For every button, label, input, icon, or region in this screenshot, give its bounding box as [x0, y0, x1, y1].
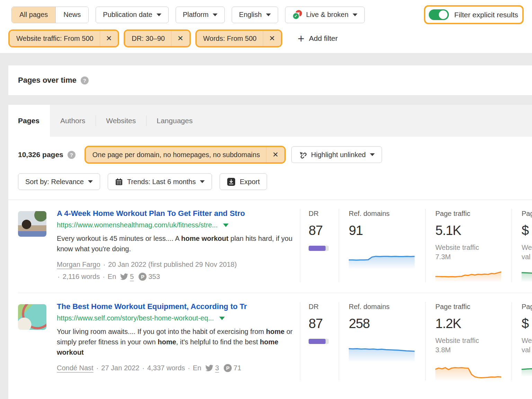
dr-filter-chip: DR: 30–90 ✕	[124, 29, 190, 47]
tab-languages[interactable]: Languages	[146, 105, 203, 137]
word-count: 2,116 words	[63, 271, 100, 282]
result-url-row: https://www.self.com/story/best-home-wor…	[57, 314, 294, 322]
pinterest-count: 71	[233, 362, 241, 374]
publish-date: 27 Jan 2022	[101, 362, 139, 374]
add-filter-button[interactable]: + Add filter	[297, 33, 338, 44]
platform-dropdown[interactable]: Platform	[176, 7, 225, 23]
traffic-value-header: Pag	[522, 303, 532, 311]
filter-chip: DR: 30–90 ✕	[125, 31, 189, 46]
result-url-link[interactable]: https://www.womenshealthmag.com/uk/fitne…	[57, 221, 218, 229]
add-filter-label: Add filter	[309, 34, 338, 43]
website-value-label-1: We	[522, 336, 532, 345]
language-dropdown[interactable]: English	[232, 7, 278, 23]
filter-chip: Words: From 500 ✕	[197, 31, 281, 46]
result-thumbnail[interactable]	[18, 211, 46, 237]
chevron-down-icon	[200, 180, 205, 183]
help-icon[interactable]: ?	[68, 151, 76, 159]
result-title-link[interactable]: The Best Home Workout Equipment, Accordi…	[57, 302, 294, 311]
meta-separator: ·	[96, 362, 99, 374]
section-title: Pages over time	[18, 76, 77, 85]
scope-chip-label: One page per domain, no homepages, no su…	[86, 151, 266, 159]
author-link[interactable]: Morgan Fargo	[57, 259, 100, 270]
twitter-count[interactable]: 3	[215, 362, 219, 374]
export-label: Export	[240, 178, 260, 186]
results-actions-row: Sort by: Relevance Trends: Last	[18, 173, 532, 190]
ref-domains-sparkline	[349, 342, 415, 362]
page-traffic-cell: Page traffic 5.1K Website traffic 7.3M	[425, 209, 512, 282]
ref-domains-value: 91	[349, 223, 425, 238]
traffic-value-header: Pag	[522, 210, 532, 218]
dr-header: DR	[309, 303, 339, 311]
website-value-label-2: val	[522, 345, 532, 355]
filters-row-2: Website traffic: From 500 ✕ DR: 30–90 ✕ …	[8, 29, 524, 47]
page-traffic-value: 1.2K	[435, 316, 512, 331]
results-header-row: 10,326 pages ? One page per domain, no h…	[18, 146, 532, 164]
remove-filter-button[interactable]: ✕	[100, 34, 118, 43]
content-explorer-page: All pages News Publication date Platform…	[0, 0, 532, 399]
page-traffic-sparkline	[435, 359, 501, 380]
website-traffic-label: Website traffic	[435, 243, 512, 252]
filters-row-1: All pages News Publication date Platform…	[8, 5, 524, 24]
remove-filter-button[interactable]: ✕	[171, 34, 189, 43]
dr-cell: DR 87	[300, 302, 339, 380]
result-content: A 4-Week Home Workout Plan To Get Fitter…	[18, 209, 300, 282]
highlight-unlinked-dropdown[interactable]: Highlight unlinked	[291, 146, 382, 163]
meta-separator: ·	[103, 271, 105, 282]
traffic-value: $	[522, 223, 532, 238]
publication-date-dropdown[interactable]: Publication date	[96, 7, 168, 23]
traffic-value-sparkline	[522, 359, 532, 376]
page-traffic-header: Page traffic	[435, 210, 512, 218]
chevron-down-icon	[157, 13, 161, 16]
download-icon	[227, 178, 236, 186]
chip-label: Website traffic: From 500	[10, 35, 100, 43]
publication-date-label: Publication date	[103, 11, 152, 19]
sort-by-dropdown[interactable]: Sort by: Relevance	[18, 173, 100, 190]
live-broken-label: Live & broken	[306, 11, 348, 19]
tab-websites[interactable]: Websites	[96, 105, 146, 137]
pinterest-icon: P	[139, 273, 147, 281]
results-card: Pages Authors Websites Languages 10,326 …	[8, 105, 532, 399]
ref-domains-value: 258	[349, 316, 425, 331]
website-value-label-1: We	[522, 243, 532, 252]
result-row: A 4-Week Home Workout Plan To Get Fitter…	[18, 200, 532, 293]
remove-filter-button[interactable]: ✕	[263, 34, 281, 43]
sort-by-label: Sort by: Relevance	[25, 178, 84, 186]
result-text: A 4-Week Home Workout Plan To Get Fitter…	[57, 209, 294, 282]
help-icon[interactable]: ?	[81, 76, 89, 84]
segment-all-pages[interactable]: All pages	[12, 7, 55, 23]
toggle-knob	[439, 10, 447, 19]
broken-link-icon	[299, 151, 307, 159]
url-dropdown-caret-icon[interactable]	[223, 224, 229, 227]
author-link[interactable]: Condé Nast	[57, 362, 94, 374]
result-text: The Best Home Workout Equipment, Accordi…	[57, 302, 294, 380]
pages-over-time-title: Pages over time ?	[18, 76, 522, 85]
result-title-link[interactable]: A 4-Week Home Workout Plan To Get Fitter…	[57, 209, 294, 218]
page-traffic-cell: Page traffic 1.2K Website traffic 3.8M	[425, 302, 512, 380]
url-dropdown-caret-icon[interactable]	[219, 317, 225, 320]
tab-authors[interactable]: Authors	[50, 105, 96, 137]
twitter-count[interactable]: 5	[130, 271, 134, 282]
trends-dropdown[interactable]: Trends: Last 6 months	[108, 173, 212, 190]
ref-domains-cell: Ref. domains 91	[339, 209, 425, 282]
page-traffic-header: Page traffic	[435, 303, 512, 311]
tab-pages[interactable]: Pages	[8, 105, 50, 137]
trends-label: Trends: Last 6 months	[127, 178, 196, 186]
highlight-unlinked-label: Highlight unlinked	[311, 151, 366, 159]
result-thumbnail[interactable]	[18, 304, 46, 330]
export-button[interactable]: Export	[220, 173, 267, 190]
words-filter-chip: Words: From 500 ✕	[195, 29, 283, 47]
segment-news[interactable]: News	[55, 7, 88, 23]
result-description: Your living room awaits.... If you got i…	[57, 326, 294, 357]
meta-separator: ·	[103, 259, 106, 270]
traffic-value: $	[522, 316, 532, 331]
language-label: English	[239, 11, 262, 19]
live-broken-dropdown[interactable]: ✕ ✓ Live & broken	[285, 7, 365, 23]
result-url-link[interactable]: https://www.self.com/story/best-home-wor…	[57, 314, 214, 322]
remove-scope-filter-button[interactable]: ✕	[266, 151, 284, 159]
dr-bar	[309, 246, 329, 251]
ref-domains-header: Ref. domains	[349, 303, 425, 311]
results-tabs: Pages Authors Websites Languages	[8, 105, 532, 137]
chevron-down-icon	[213, 13, 218, 16]
website-traffic-label: Website traffic	[435, 336, 512, 345]
explicit-results-toggle[interactable]	[429, 9, 449, 20]
